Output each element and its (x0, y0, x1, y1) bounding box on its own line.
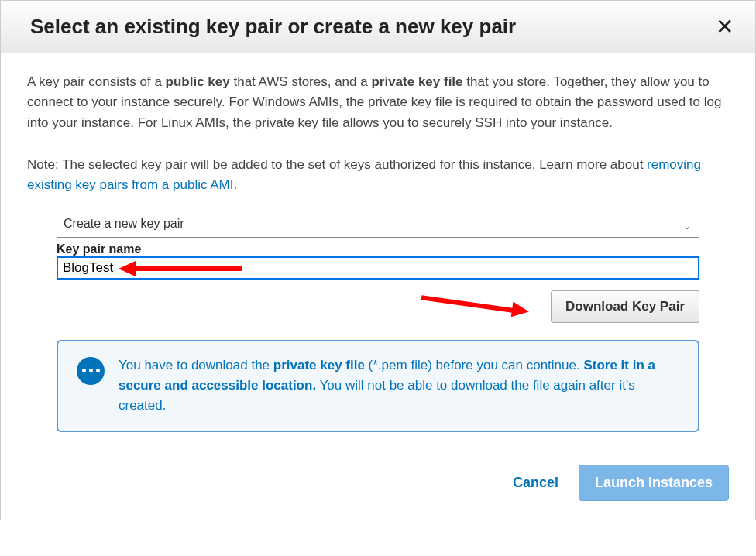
modal-header: Select an existing key pair or create a … (1, 1, 755, 53)
select-value: Create a new key pair (64, 217, 184, 230)
description-paragraph-2: Note: The selected key pair will be adde… (27, 155, 729, 196)
text-bold: public key (166, 74, 230, 89)
info-text: You have to download the private key fil… (119, 355, 679, 417)
text: (*.pem file) before you can continue. (365, 358, 584, 372)
modal-body: A key pair consists of a public key that… (1, 53, 755, 211)
text-bold: private key file (371, 74, 462, 89)
keypair-name-label: Key pair name (57, 242, 699, 256)
download-keypair-button[interactable]: Download Key Pair (551, 290, 699, 323)
chevron-down-icon: ⌄ (683, 221, 691, 232)
text: that AWS stores, and a (230, 74, 372, 89)
info-icon (77, 357, 105, 385)
text: . (233, 177, 237, 192)
keypair-modal: Select an existing key pair or create a … (0, 0, 756, 520)
keypair-action-select[interactable]: Create a new key pair ⌄ (57, 215, 699, 238)
keypair-name-input[interactable] (57, 256, 699, 280)
close-icon[interactable]: ✕ (716, 16, 734, 38)
text-bold: private key file (273, 358, 365, 372)
text: You have to download the (119, 358, 273, 372)
cancel-button[interactable]: Cancel (508, 474, 563, 492)
annotation-arrow-icon (405, 298, 529, 317)
description-paragraph-1: A key pair consists of a public key that… (27, 72, 729, 133)
modal-title: Select an existing key pair or create a … (30, 15, 516, 39)
info-box: You have to download the private key fil… (57, 340, 699, 432)
download-row: Download Key Pair (57, 290, 699, 323)
text: Note: The selected key pair will be adde… (27, 157, 647, 172)
text: A key pair consists of a (27, 74, 166, 89)
modal-footer: Cancel Launch Instances (1, 437, 755, 520)
form-area: Create a new key pair ⌄ Key pair name Do… (1, 211, 755, 437)
launch-instances-button[interactable]: Launch Instances (579, 465, 729, 501)
